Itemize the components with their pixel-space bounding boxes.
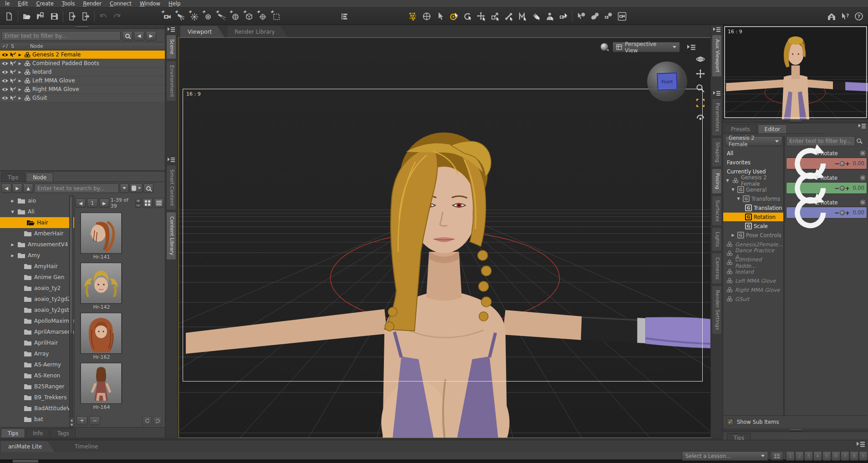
slider-value[interactable]: 0.00 bbox=[853, 185, 864, 191]
new-primitive-icon[interactable]: + bbox=[242, 10, 256, 23]
tree-item-node[interactable]: Combined Padde... bbox=[723, 258, 783, 267]
scene-node-row[interactable]: ▶ leotard bbox=[0, 68, 165, 76]
tab-content-library[interactable]: Content Library bbox=[166, 212, 176, 260]
expand-caret-icon[interactable]: ▶ bbox=[17, 79, 22, 83]
column-node[interactable]: Node bbox=[24, 43, 43, 49]
tab-surfaces[interactable]: Surfaces bbox=[712, 195, 722, 226]
save-file-icon[interactable] bbox=[47, 10, 61, 23]
menu-item-help[interactable]: Help bbox=[164, 0, 184, 7]
menu-item-edit[interactable]: Edit bbox=[14, 0, 32, 7]
folder-item[interactable]: AS-Aermy bbox=[0, 359, 74, 370]
import-file-icon[interactable] bbox=[65, 10, 79, 23]
scene-node-row[interactable]: ▶ Combined Padded Boots bbox=[0, 59, 165, 68]
tab-editor[interactable]: Editor bbox=[758, 124, 787, 133]
folder-item-selected[interactable]: Hair bbox=[0, 217, 74, 228]
surface-gear-tool-icon[interactable] bbox=[588, 10, 602, 23]
tab-info[interactable]: Info bbox=[26, 428, 50, 438]
visibility-eye-icon[interactable] bbox=[1, 52, 9, 57]
expand-caret-icon[interactable]: ▶ bbox=[17, 87, 22, 92]
pan-camera-icon[interactable] bbox=[694, 68, 706, 80]
lesson-step-button[interactable]: 5 bbox=[822, 451, 831, 461]
lesson-film-icon[interactable] bbox=[771, 451, 783, 461]
lesson-step-button[interactable]: 2 bbox=[795, 451, 804, 461]
tab-animate-lite[interactable]: aniMate Lite bbox=[1, 441, 55, 452]
gear-icon[interactable] bbox=[860, 199, 866, 207]
tab-scene[interactable]: Scene bbox=[166, 35, 176, 59]
tree-caret-icon[interactable]: ▼ bbox=[730, 188, 735, 192]
folder-item[interactable]: aoaio_ty2 bbox=[0, 283, 74, 294]
expand-caret-icon[interactable]: ▶ bbox=[17, 96, 22, 100]
menu-item-connect[interactable]: Connect bbox=[106, 0, 136, 7]
tree-item-transforms[interactable]: ▼GTransforms bbox=[723, 194, 783, 204]
tab-timeline[interactable]: Timeline bbox=[67, 441, 111, 452]
search-icon[interactable] bbox=[143, 183, 153, 193]
pane-grip[interactable] bbox=[0, 25, 165, 29]
page-number-field[interactable]: 1 bbox=[87, 198, 98, 208]
new-group-icon[interactable]: + bbox=[270, 10, 283, 23]
render-camera-icon[interactable] bbox=[615, 10, 629, 23]
lesson-step-button[interactable]: 4 bbox=[813, 451, 822, 461]
folder-caret[interactable]: ▶ bbox=[10, 199, 15, 203]
nudge-plus-button[interactable]: + bbox=[845, 210, 850, 216]
column-selectable[interactable]: S bbox=[11, 43, 24, 49]
scroll-down-icon[interactable]: ▼ bbox=[70, 422, 74, 427]
what-is-this-icon[interactable]: ? bbox=[838, 10, 852, 23]
tree-item-node[interactable]: GSuit bbox=[723, 295, 783, 304]
nudge-plus-button[interactable]: + bbox=[845, 161, 850, 167]
selectable-cursor-icon[interactable] bbox=[10, 61, 16, 66]
column-visibility[interactable]: ✓/ bbox=[0, 43, 11, 49]
selectable-cursor-icon[interactable] bbox=[10, 86, 16, 92]
menu-item-file[interactable]: le bbox=[1, 0, 14, 7]
folder-item[interactable]: ▼Ali bbox=[0, 206, 74, 217]
nudge-minus-button[interactable]: − bbox=[835, 210, 840, 216]
active-pose-tool-icon[interactable] bbox=[447, 10, 461, 23]
refresh-icon[interactable] bbox=[143, 416, 152, 425]
orbit-camera-icon[interactable] bbox=[694, 53, 706, 65]
tab-render-library[interactable]: Render Library bbox=[227, 26, 288, 37]
camera-cursor-tool-icon[interactable] bbox=[557, 10, 570, 23]
content-search-input[interactable] bbox=[34, 183, 119, 193]
menu-item-render[interactable]: Render bbox=[79, 0, 106, 7]
tree-item-pose-controls[interactable]: ▶GPose Controls bbox=[723, 231, 783, 240]
pane-splitter[interactable] bbox=[723, 428, 868, 432]
tree-item-scale[interactable]: GScale bbox=[723, 222, 783, 231]
tree-item-all[interactable]: All bbox=[723, 149, 783, 158]
visibility-eye-icon[interactable] bbox=[1, 78, 9, 83]
tree-item-node[interactable]: Right MMA Glove bbox=[723, 285, 783, 295]
selectable-cursor-icon[interactable] bbox=[10, 52, 16, 58]
timeline-marker[interactable] bbox=[13, 460, 38, 463]
visibility-eye-icon[interactable] bbox=[1, 70, 9, 75]
pane-menu-icon[interactable] bbox=[713, 27, 721, 33]
filter-forward-button[interactable]: ▶ bbox=[146, 31, 156, 41]
geometry-editor-tool-icon[interactable] bbox=[516, 10, 529, 23]
lesson-step-button[interactable]: 1 bbox=[786, 451, 795, 461]
nudge-minus-button[interactable]: − bbox=[835, 185, 840, 191]
scale-tool-icon[interactable] bbox=[488, 10, 502, 23]
lesson-step-button[interactable]: 3 bbox=[804, 451, 813, 461]
tab-tags[interactable]: Tags bbox=[51, 428, 76, 438]
node-gear-tool-icon[interactable] bbox=[574, 10, 588, 23]
new-spotlight-icon[interactable]: + bbox=[215, 10, 229, 23]
slider-value[interactable]: 0.00 bbox=[853, 209, 864, 216]
selectable-cursor-icon[interactable] bbox=[10, 95, 16, 101]
joint-editor-tool-icon[interactable] bbox=[502, 10, 516, 23]
thumbnail-item[interactable]: Hr-162 bbox=[80, 313, 123, 360]
tree-item-favorites[interactable]: Favorites bbox=[723, 158, 783, 167]
tree-item-rotation[interactable]: GRotation bbox=[723, 213, 783, 222]
folder-item[interactable]: Anime Gen bbox=[0, 272, 74, 283]
tree-caret-icon[interactable]: ▼ bbox=[725, 178, 730, 183]
pane-menu-icon[interactable] bbox=[713, 91, 721, 97]
orientation-front-face[interactable]: Front bbox=[657, 72, 677, 91]
nav-forward-button[interactable]: ▶ bbox=[12, 183, 22, 193]
folder-item[interactable]: AprilHair bbox=[0, 337, 74, 348]
scene-node-row[interactable]: ▶ Left MMA Glove bbox=[0, 76, 165, 85]
slider-knob[interactable] bbox=[840, 186, 845, 191]
zoom-camera-icon[interactable] bbox=[694, 82, 706, 94]
drawstyle-sphere-icon[interactable] bbox=[599, 41, 611, 53]
filter-back-button[interactable]: ◀ bbox=[134, 31, 144, 41]
export-file-icon[interactable] bbox=[79, 10, 92, 23]
aim-camera-icon[interactable] bbox=[694, 112, 706, 123]
zoom-out-button[interactable]: − bbox=[89, 416, 100, 425]
slider-knob[interactable] bbox=[840, 161, 845, 166]
new-camera-icon[interactable]: + bbox=[160, 10, 174, 23]
